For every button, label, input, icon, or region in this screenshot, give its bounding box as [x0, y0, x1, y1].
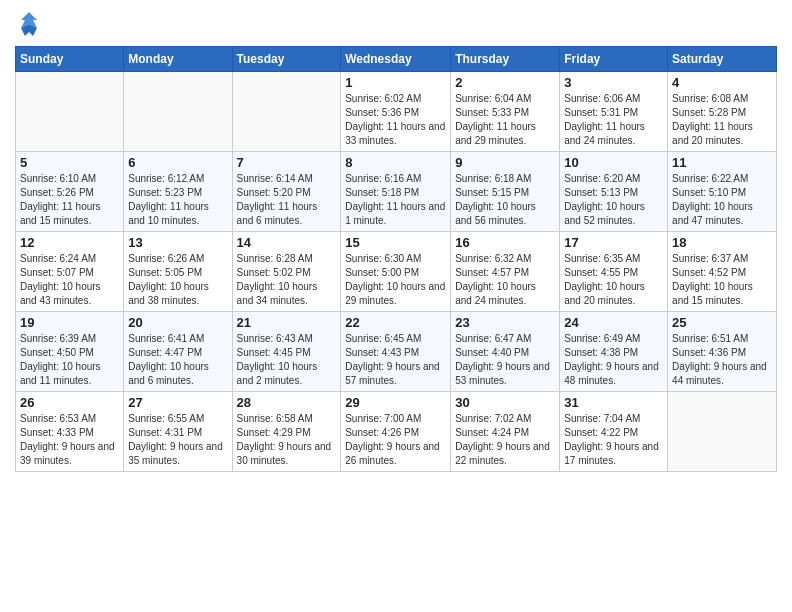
- day-info: Sunrise: 6:02 AM Sunset: 5:36 PM Dayligh…: [345, 92, 446, 148]
- calendar-cell: 27Sunrise: 6:55 AM Sunset: 4:31 PM Dayli…: [124, 392, 232, 472]
- week-row-2: 5Sunrise: 6:10 AM Sunset: 5:26 PM Daylig…: [16, 152, 777, 232]
- day-number: 2: [455, 75, 555, 90]
- calendar-cell: 15Sunrise: 6:30 AM Sunset: 5:00 PM Dayli…: [341, 232, 451, 312]
- calendar-cell: 24Sunrise: 6:49 AM Sunset: 4:38 PM Dayli…: [560, 312, 668, 392]
- day-info: Sunrise: 7:02 AM Sunset: 4:24 PM Dayligh…: [455, 412, 555, 468]
- calendar-cell: 9Sunrise: 6:18 AM Sunset: 5:15 PM Daylig…: [451, 152, 560, 232]
- day-info: Sunrise: 6:45 AM Sunset: 4:43 PM Dayligh…: [345, 332, 446, 388]
- day-info: Sunrise: 6:24 AM Sunset: 5:07 PM Dayligh…: [20, 252, 119, 308]
- day-info: Sunrise: 6:43 AM Sunset: 4:45 PM Dayligh…: [237, 332, 337, 388]
- day-info: Sunrise: 6:10 AM Sunset: 5:26 PM Dayligh…: [20, 172, 119, 228]
- page: SundayMondayTuesdayWednesdayThursdayFrid…: [0, 0, 792, 612]
- calendar-cell: 18Sunrise: 6:37 AM Sunset: 4:52 PM Dayli…: [668, 232, 777, 312]
- day-number: 21: [237, 315, 337, 330]
- calendar-cell: 8Sunrise: 6:16 AM Sunset: 5:18 PM Daylig…: [341, 152, 451, 232]
- weekday-header-friday: Friday: [560, 47, 668, 72]
- week-row-1: 1Sunrise: 6:02 AM Sunset: 5:36 PM Daylig…: [16, 72, 777, 152]
- day-info: Sunrise: 6:55 AM Sunset: 4:31 PM Dayligh…: [128, 412, 227, 468]
- calendar-cell: 2Sunrise: 6:04 AM Sunset: 5:33 PM Daylig…: [451, 72, 560, 152]
- day-number: 10: [564, 155, 663, 170]
- day-number: 25: [672, 315, 772, 330]
- day-number: 23: [455, 315, 555, 330]
- day-number: 29: [345, 395, 446, 410]
- calendar-cell: 25Sunrise: 6:51 AM Sunset: 4:36 PM Dayli…: [668, 312, 777, 392]
- calendar-cell: [124, 72, 232, 152]
- day-info: Sunrise: 6:32 AM Sunset: 4:57 PM Dayligh…: [455, 252, 555, 308]
- day-info: Sunrise: 6:39 AM Sunset: 4:50 PM Dayligh…: [20, 332, 119, 388]
- calendar-cell: [232, 72, 341, 152]
- calendar-cell: 11Sunrise: 6:22 AM Sunset: 5:10 PM Dayli…: [668, 152, 777, 232]
- calendar-cell: 1Sunrise: 6:02 AM Sunset: 5:36 PM Daylig…: [341, 72, 451, 152]
- day-info: Sunrise: 6:51 AM Sunset: 4:36 PM Dayligh…: [672, 332, 772, 388]
- day-info: Sunrise: 6:22 AM Sunset: 5:10 PM Dayligh…: [672, 172, 772, 228]
- day-number: 31: [564, 395, 663, 410]
- day-number: 8: [345, 155, 446, 170]
- day-number: 5: [20, 155, 119, 170]
- calendar-cell: 29Sunrise: 7:00 AM Sunset: 4:26 PM Dayli…: [341, 392, 451, 472]
- day-info: Sunrise: 6:28 AM Sunset: 5:02 PM Dayligh…: [237, 252, 337, 308]
- day-info: Sunrise: 6:53 AM Sunset: 4:33 PM Dayligh…: [20, 412, 119, 468]
- calendar-cell: 22Sunrise: 6:45 AM Sunset: 4:43 PM Dayli…: [341, 312, 451, 392]
- day-info: Sunrise: 6:04 AM Sunset: 5:33 PM Dayligh…: [455, 92, 555, 148]
- day-info: Sunrise: 6:37 AM Sunset: 4:52 PM Dayligh…: [672, 252, 772, 308]
- calendar-cell: 6Sunrise: 6:12 AM Sunset: 5:23 PM Daylig…: [124, 152, 232, 232]
- day-info: Sunrise: 6:49 AM Sunset: 4:38 PM Dayligh…: [564, 332, 663, 388]
- day-number: 3: [564, 75, 663, 90]
- day-number: 7: [237, 155, 337, 170]
- week-row-5: 26Sunrise: 6:53 AM Sunset: 4:33 PM Dayli…: [16, 392, 777, 472]
- day-info: Sunrise: 6:47 AM Sunset: 4:40 PM Dayligh…: [455, 332, 555, 388]
- weekday-header-saturday: Saturday: [668, 47, 777, 72]
- calendar-cell: [668, 392, 777, 472]
- day-info: Sunrise: 6:30 AM Sunset: 5:00 PM Dayligh…: [345, 252, 446, 308]
- day-number: 20: [128, 315, 227, 330]
- calendar-cell: 5Sunrise: 6:10 AM Sunset: 5:26 PM Daylig…: [16, 152, 124, 232]
- day-info: Sunrise: 6:18 AM Sunset: 5:15 PM Dayligh…: [455, 172, 555, 228]
- logo-icon: [15, 10, 43, 38]
- week-row-3: 12Sunrise: 6:24 AM Sunset: 5:07 PM Dayli…: [16, 232, 777, 312]
- day-number: 13: [128, 235, 227, 250]
- calendar-cell: 23Sunrise: 6:47 AM Sunset: 4:40 PM Dayli…: [451, 312, 560, 392]
- day-info: Sunrise: 7:00 AM Sunset: 4:26 PM Dayligh…: [345, 412, 446, 468]
- calendar-cell: 21Sunrise: 6:43 AM Sunset: 4:45 PM Dayli…: [232, 312, 341, 392]
- calendar-cell: 16Sunrise: 6:32 AM Sunset: 4:57 PM Dayli…: [451, 232, 560, 312]
- day-info: Sunrise: 7:04 AM Sunset: 4:22 PM Dayligh…: [564, 412, 663, 468]
- calendar-cell: 26Sunrise: 6:53 AM Sunset: 4:33 PM Dayli…: [16, 392, 124, 472]
- calendar-cell: 10Sunrise: 6:20 AM Sunset: 5:13 PM Dayli…: [560, 152, 668, 232]
- calendar-cell: [16, 72, 124, 152]
- day-info: Sunrise: 6:16 AM Sunset: 5:18 PM Dayligh…: [345, 172, 446, 228]
- calendar-table: SundayMondayTuesdayWednesdayThursdayFrid…: [15, 46, 777, 472]
- weekday-header-monday: Monday: [124, 47, 232, 72]
- calendar-cell: 28Sunrise: 6:58 AM Sunset: 4:29 PM Dayli…: [232, 392, 341, 472]
- day-number: 19: [20, 315, 119, 330]
- day-number: 17: [564, 235, 663, 250]
- day-number: 9: [455, 155, 555, 170]
- calendar-cell: 14Sunrise: 6:28 AM Sunset: 5:02 PM Dayli…: [232, 232, 341, 312]
- day-number: 26: [20, 395, 119, 410]
- day-number: 22: [345, 315, 446, 330]
- day-info: Sunrise: 6:58 AM Sunset: 4:29 PM Dayligh…: [237, 412, 337, 468]
- weekday-header-tuesday: Tuesday: [232, 47, 341, 72]
- calendar-cell: 7Sunrise: 6:14 AM Sunset: 5:20 PM Daylig…: [232, 152, 341, 232]
- weekday-header-sunday: Sunday: [16, 47, 124, 72]
- calendar-cell: 13Sunrise: 6:26 AM Sunset: 5:05 PM Dayli…: [124, 232, 232, 312]
- calendar-cell: 4Sunrise: 6:08 AM Sunset: 5:28 PM Daylig…: [668, 72, 777, 152]
- header: [15, 10, 777, 38]
- day-info: Sunrise: 6:26 AM Sunset: 5:05 PM Dayligh…: [128, 252, 227, 308]
- day-info: Sunrise: 6:14 AM Sunset: 5:20 PM Dayligh…: [237, 172, 337, 228]
- calendar-cell: 3Sunrise: 6:06 AM Sunset: 5:31 PM Daylig…: [560, 72, 668, 152]
- day-number: 18: [672, 235, 772, 250]
- calendar-cell: 12Sunrise: 6:24 AM Sunset: 5:07 PM Dayli…: [16, 232, 124, 312]
- weekday-header-wednesday: Wednesday: [341, 47, 451, 72]
- day-number: 30: [455, 395, 555, 410]
- day-number: 6: [128, 155, 227, 170]
- day-info: Sunrise: 6:06 AM Sunset: 5:31 PM Dayligh…: [564, 92, 663, 148]
- day-info: Sunrise: 6:20 AM Sunset: 5:13 PM Dayligh…: [564, 172, 663, 228]
- day-info: Sunrise: 6:08 AM Sunset: 5:28 PM Dayligh…: [672, 92, 772, 148]
- weekday-header-row: SundayMondayTuesdayWednesdayThursdayFrid…: [16, 47, 777, 72]
- day-number: 1: [345, 75, 446, 90]
- day-number: 14: [237, 235, 337, 250]
- weekday-header-thursday: Thursday: [451, 47, 560, 72]
- day-number: 27: [128, 395, 227, 410]
- calendar-cell: 30Sunrise: 7:02 AM Sunset: 4:24 PM Dayli…: [451, 392, 560, 472]
- day-number: 16: [455, 235, 555, 250]
